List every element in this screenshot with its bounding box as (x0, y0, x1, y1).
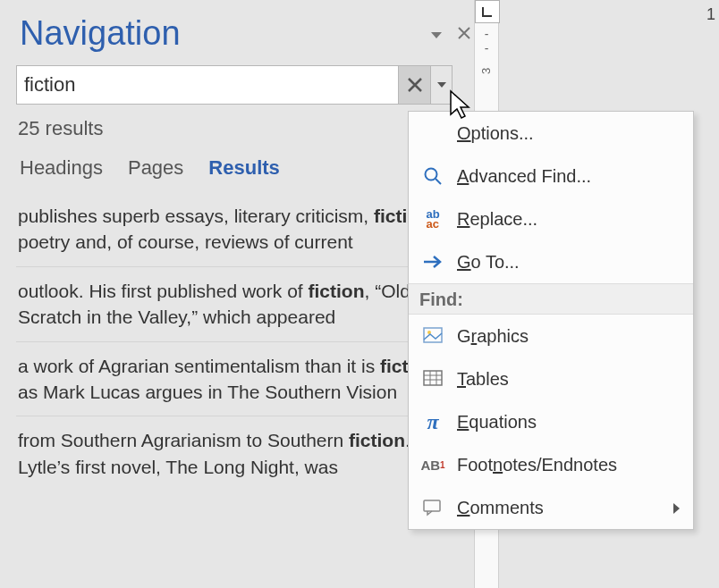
tab-results[interactable]: Results (208, 156, 279, 180)
graphics-icon (421, 327, 444, 345)
menu-section-find: Find: (409, 283, 693, 315)
svg-marker-0 (431, 32, 442, 38)
footnote-icon: AB1 (421, 458, 444, 473)
navigation-pane: Navigation 25 results Headings Pages Res… (0, 0, 469, 588)
menu-label: Replace... (457, 209, 537, 230)
search-input[interactable] (16, 65, 399, 105)
result-text: outlook. His first published work of (18, 281, 308, 301)
menu-find-comments[interactable]: Comments (409, 486, 693, 529)
menu-advanced-find[interactable]: Advanced Find... (409, 155, 693, 197)
result-item[interactable]: publishes superb essays, literary critic… (16, 192, 453, 267)
menu-find-footnotes[interactable]: AB1 Footnotes/Endnotes (409, 443, 693, 486)
svg-marker-13 (673, 503, 680, 514)
table-icon (421, 370, 444, 388)
menu-goto[interactable]: Go To... (409, 240, 693, 283)
navigation-title: Navigation (20, 14, 453, 53)
comment-icon (421, 499, 444, 517)
submenu-arrow-icon (673, 498, 681, 518)
arrow-right-icon (421, 255, 444, 269)
tab-headings[interactable]: Headings (20, 156, 103, 180)
menu-label: Tables (457, 369, 509, 390)
menu-replace[interactable]: abac Replace... (409, 197, 693, 240)
result-item[interactable]: from Southern Agrarianism to Southern fi… (16, 416, 453, 491)
menu-label: Equations (457, 412, 537, 433)
svg-rect-12 (424, 500, 440, 511)
menu-label: Options... (457, 123, 534, 144)
close-pane-icon[interactable] (458, 27, 470, 43)
svg-rect-7 (424, 371, 442, 385)
equation-icon: π (421, 410, 444, 434)
ruler-tick: - (485, 27, 489, 41)
menu-find-tables[interactable]: Tables (409, 357, 693, 400)
clear-search-button[interactable] (399, 65, 431, 105)
menu-label: Graphics (457, 326, 529, 347)
pane-menu-icon[interactable] (431, 27, 442, 43)
result-item[interactable]: outlook. His first published work of fic… (16, 267, 453, 342)
result-text: from Southern Agrarianism to Southern (18, 430, 349, 450)
search-options-menu: Options... Advanced Find... abac Replace… (408, 111, 694, 530)
menu-label: Comments (457, 498, 544, 518)
menu-label: Go To... (457, 252, 520, 273)
menu-label: Advanced Find... (457, 166, 591, 187)
ruler-number: 3 (479, 68, 493, 74)
menu-find-graphics[interactable]: Graphics (409, 315, 693, 357)
svg-point-2 (426, 169, 437, 181)
ruler-tick: - (485, 41, 489, 55)
svg-line-3 (436, 179, 441, 184)
result-text: publishes superb essays, literary critic… (18, 206, 374, 226)
result-match: fiction (349, 430, 405, 450)
search-dropdown-button[interactable] (431, 65, 453, 105)
results-list: publishes superb essays, literary critic… (16, 192, 453, 491)
search-icon (421, 166, 444, 186)
replace-icon: abac (421, 209, 444, 229)
result-item[interactable]: a work of Agrarian sentimentalism than i… (16, 342, 453, 417)
menu-label: Footnotes/Endnotes (457, 455, 617, 475)
result-text: a work of Agrarian sentimentalism than i… (18, 356, 380, 376)
result-match: fiction (308, 281, 364, 301)
svg-marker-1 (437, 82, 446, 88)
result-count: 25 results (18, 117, 451, 140)
menu-options[interactable]: Options... (409, 112, 693, 155)
tab-pages[interactable]: Pages (128, 156, 183, 180)
nav-tabs: Headings Pages Results (16, 156, 453, 180)
menu-find-equations[interactable]: π Equations (409, 400, 693, 443)
page-number-indicator: 1 (706, 5, 715, 24)
tab-stop-selector[interactable] (475, 0, 500, 23)
